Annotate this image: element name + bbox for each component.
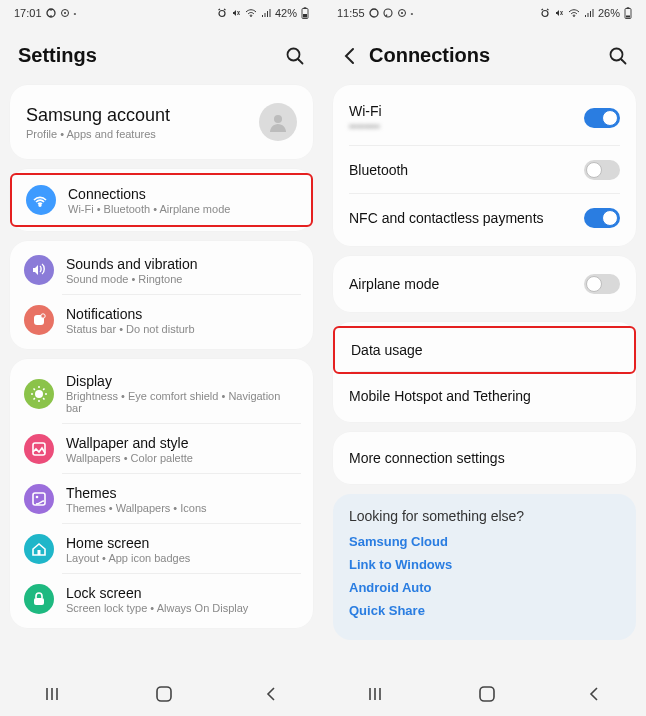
account-card[interactable]: Samsung account Profile • Apps and featu… (10, 85, 313, 159)
row-title: Notifications (66, 306, 195, 322)
svg-rect-24 (627, 7, 630, 8)
conn-title: Mobile Hotspot and Tethering (349, 388, 531, 404)
svg-point-21 (401, 12, 403, 14)
toggle-nfc[interactable] (584, 208, 620, 228)
search-icon (285, 46, 305, 66)
nav-back[interactable] (264, 687, 278, 705)
svg-rect-16 (34, 598, 44, 605)
status-time: 11:55 (337, 7, 365, 19)
row-title: Wallpaper and style (66, 435, 193, 451)
settings-content: Samsung account Profile • Apps and featu… (0, 81, 323, 676)
conn-sub: •••••••• (349, 120, 382, 132)
conn-title: Bluetooth (349, 162, 408, 178)
svg-point-11 (35, 390, 43, 398)
connections-row-nfc[interactable]: NFC and contactless payments (333, 194, 636, 242)
svg-point-19 (384, 9, 392, 17)
svg-rect-6 (303, 14, 307, 18)
settings-row-lock[interactable]: Lock screenScreen lock type • Always On … (10, 574, 313, 624)
row-title: Lock screen (66, 585, 248, 601)
signal-icon (584, 8, 594, 18)
status-dot: • (74, 9, 77, 18)
svg-point-8 (274, 115, 282, 123)
avatar-icon (259, 103, 297, 141)
connections-row-hotspot[interactable]: Mobile Hotspot and Tethering (333, 374, 636, 418)
settings-row-home[interactable]: Home screenLayout • App icon badges (10, 524, 313, 574)
svg-point-10 (41, 314, 45, 318)
settings-row-connections[interactable]: ConnectionsWi-Fi • Bluetooth • Airplane … (10, 173, 313, 227)
row-title: Themes (66, 485, 207, 501)
back-button[interactable] (341, 47, 359, 65)
conn-title: Airplane mode (349, 276, 439, 292)
link-android-auto[interactable]: Android Auto (349, 580, 620, 595)
signal-icon (261, 8, 271, 18)
status-bar-right: 11:55 • 26% (323, 0, 646, 26)
link-link-to-windows[interactable]: Link to Windows (349, 557, 620, 572)
wallpaper-icon (24, 434, 54, 464)
row-sub: Wi-Fi • Bluetooth • Airplane mode (68, 203, 230, 215)
alarm-icon (540, 8, 550, 18)
target-icon (60, 8, 70, 18)
connections-row-wifi[interactable]: Wi-Fi•••••••• (333, 89, 636, 146)
account-title: Samsung account (26, 105, 170, 126)
row-title: Sounds and vibration (66, 256, 198, 272)
nav-bar-left (0, 676, 323, 716)
alarm-icon (217, 8, 227, 18)
page-header-left: Settings (0, 26, 323, 81)
settings-group: DisplayBrightness • Eye comfort shield •… (10, 359, 313, 628)
link-samsung-cloud[interactable]: Samsung Cloud (349, 534, 620, 549)
nav-back[interactable] (587, 687, 601, 705)
notifications-icon (24, 305, 54, 335)
connections-group: Data usageMobile Hotspot and Tethering (333, 322, 636, 422)
svg-rect-25 (626, 16, 630, 18)
settings-row-display[interactable]: DisplayBrightness • Eye comfort shield •… (10, 363, 313, 424)
mute-icon (554, 8, 564, 18)
connections-row-airplane[interactable]: Airplane mode (333, 260, 636, 308)
toggle-airplane[interactable] (584, 274, 620, 294)
link-quick-share[interactable]: Quick Share (349, 603, 620, 618)
settings-row-notifications[interactable]: NotificationsStatus bar • Do not disturb (10, 295, 313, 345)
nav-home[interactable] (155, 685, 173, 707)
svg-rect-5 (304, 7, 307, 8)
page-title: Connections (369, 44, 490, 67)
connections-group: Airplane mode (333, 256, 636, 312)
nav-recent[interactable] (369, 687, 387, 705)
page-header-right: Connections (323, 26, 646, 81)
wifi-icon (245, 8, 257, 18)
lock-icon (24, 584, 54, 614)
row-sub: Sound mode • Ringtone (66, 273, 198, 285)
row-title: Connections (68, 186, 230, 202)
nav-recent[interactable] (46, 687, 64, 705)
home-icon (24, 534, 54, 564)
connections-row-bluetooth[interactable]: Bluetooth (333, 146, 636, 194)
mute-icon (231, 8, 241, 18)
toggle-wifi[interactable] (584, 108, 620, 128)
search-button[interactable] (608, 46, 628, 66)
row-sub: Layout • App icon badges (66, 552, 190, 564)
row-sub: Status bar • Do not disturb (66, 323, 195, 335)
status-dot: • (411, 9, 414, 18)
settings-row-themes[interactable]: ThemesThemes • Wallpapers • Icons (10, 474, 313, 524)
row-sub: Brightness • Eye comfort shield • Naviga… (66, 390, 299, 414)
battery-icon (301, 7, 309, 19)
settings-row-sounds[interactable]: Sounds and vibrationSound mode • Rington… (10, 245, 313, 295)
settings-row-wallpaper[interactable]: Wallpaper and styleWallpapers • Color pa… (10, 424, 313, 474)
chevron-left-icon (341, 47, 359, 65)
nav-home[interactable] (478, 685, 496, 707)
looking-for-title: Looking for something else? (349, 508, 620, 524)
connections-screen: 11:55 • 26% Connections Wi-Fi••••••••Blu… (323, 0, 646, 716)
toggle-bluetooth[interactable] (584, 160, 620, 180)
connections-row-more[interactable]: More connection settings (333, 436, 636, 480)
row-sub: Themes • Wallpapers • Icons (66, 502, 207, 514)
connections-row-data[interactable]: Data usage (333, 326, 636, 374)
row-title: Home screen (66, 535, 190, 551)
search-button[interactable] (285, 46, 305, 66)
svg-point-14 (36, 496, 39, 499)
conn-title: Data usage (351, 342, 423, 358)
conn-title: NFC and contactless payments (349, 210, 544, 226)
conn-title: Wi-Fi (349, 103, 382, 119)
svg-point-2 (64, 12, 66, 14)
account-sub: Profile • Apps and features (26, 128, 170, 140)
svg-rect-27 (480, 687, 494, 701)
sounds-icon (24, 255, 54, 285)
themes-icon (24, 484, 54, 514)
